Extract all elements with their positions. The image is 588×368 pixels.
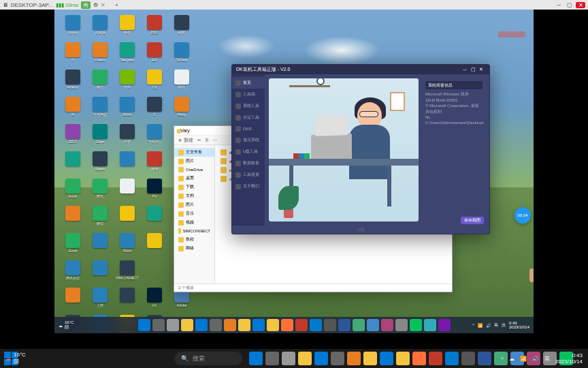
- host-taskbar-icon[interactable]: [478, 352, 491, 365]
- sidebar-item[interactable]: 下载: [174, 183, 214, 191]
- taskbar-icon-search[interactable]: [152, 319, 165, 331]
- desktop-icon[interactable]: Edge: [87, 124, 113, 150]
- settings-icon[interactable]: ⚙: [93, 2, 98, 8]
- desktop-icon[interactable]: 微信: [87, 70, 113, 95]
- clock[interactable]: 0:432023/10/14: [555, 352, 583, 365]
- taskbar-icon-vscode[interactable]: [310, 319, 322, 331]
- close-button[interactable]: ✕: [576, 2, 585, 8]
- desktop-icon[interactable]: 腾讯会议: [60, 260, 86, 286]
- sidebar-item[interactable]: 主文件夹: [174, 148, 214, 157]
- desktop-icon[interactable]: 微信: [87, 206, 113, 232]
- host-taskbar-icon[interactable]: [282, 352, 295, 365]
- desktop-icon[interactable]: Telegram: [114, 42, 140, 68]
- host-taskbar-icon[interactable]: [249, 352, 263, 365]
- desktop-icon[interactable]: PDF: [142, 15, 167, 41]
- nav-item[interactable]: DNS: [232, 123, 265, 134]
- desktop-icon[interactable]: 抖音: [114, 124, 140, 150]
- desktop-icon[interactable]: Excel: [60, 179, 86, 204]
- quality-badge[interactable]: 画: [81, 1, 91, 9]
- host-taskbar-icon[interactable]: [298, 352, 312, 365]
- sidebar-item[interactable]: 教程: [174, 235, 214, 244]
- host-tray[interactable]: ^ ☁ 📶 🔊 英 0:432023/10/14: [501, 352, 583, 365]
- sidebar-item[interactable]: OneDrive: [174, 166, 214, 174]
- copy-button[interactable]: ⎘: [206, 138, 208, 142]
- desktop-icon[interactable]: [142, 233, 167, 259]
- volume-icon[interactable]: 🔊: [532, 356, 539, 362]
- desktop-icon[interactable]: Word: [114, 233, 140, 259]
- weather-widget[interactable]: ☁ 16°C阴: [59, 320, 74, 331]
- save-screenshot-button[interactable]: 保存截图: [461, 217, 484, 224]
- taskbar-icon-word[interactable]: [338, 319, 350, 331]
- desktop-icon[interactable]: [60, 151, 86, 177]
- host-taskbar-icon[interactable]: [363, 352, 377, 365]
- maximize-button[interactable]: ▢: [469, 67, 477, 72]
- host-taskbar-icon[interactable]: [265, 352, 279, 365]
- desktop-icon[interactable]: S: [142, 97, 167, 123]
- host-taskbar-icon[interactable]: [314, 352, 328, 365]
- nav-item[interactable]: 关于我们: [232, 181, 265, 192]
- desktop-icon[interactable]: 截图: [169, 15, 195, 41]
- desktop-icon[interactable]: [60, 206, 86, 232]
- taskbar-icon-qq[interactable]: [424, 319, 436, 331]
- desktop-icon[interactable]: SIMCONNECT: [114, 260, 140, 286]
- desktop-icon[interactable]: Steam: [87, 151, 113, 177]
- taskbar-icon-store[interactable]: [210, 319, 222, 331]
- desktop-icon[interactable]: EA: [142, 42, 167, 68]
- cut-button[interactable]: ✂: [197, 138, 201, 143]
- nav-item[interactable]: 工具设置: [232, 169, 265, 181]
- sidebar-item[interactable]: 图片: [174, 200, 214, 209]
- nav-item[interactable]: 首页: [232, 77, 265, 89]
- desktop-icon[interactable]: 此电脑: [87, 15, 113, 41]
- maximize-button[interactable]: ▢: [565, 2, 574, 8]
- sidebar-item[interactable]: 桌面: [174, 174, 214, 183]
- desktop-icon[interactable]: [114, 179, 140, 204]
- taskbar-icon-chrome[interactable]: [238, 319, 250, 331]
- taskbar-icon-folder[interactable]: [267, 319, 279, 331]
- host-taskbar-icon[interactable]: [347, 352, 361, 365]
- taskbar-icon-firefox[interactable]: [281, 319, 293, 331]
- host-taskbar-icon[interactable]: [331, 352, 344, 365]
- wifi-icon[interactable]: 📶: [520, 356, 527, 362]
- taskbar-icon-app2[interactable]: [367, 319, 379, 331]
- host-taskbar-icon[interactable]: [380, 352, 393, 365]
- desktop-icon[interactable]: Lrc: [142, 288, 167, 313]
- taskbar-icon-widgets[interactable]: [167, 319, 179, 331]
- desktop-icon[interactable]: 飞书办公: [142, 124, 167, 150]
- ime-indicator[interactable]: 英: [544, 355, 550, 363]
- host-taskbar-icon[interactable]: [412, 352, 426, 365]
- taskbar-icon-edge[interactable]: [195, 319, 208, 331]
- taskbar-icon-rec[interactable]: [295, 319, 308, 331]
- desktop-icon[interactable]: 腾讯: [87, 179, 113, 204]
- close-button[interactable]: ✕: [477, 67, 485, 72]
- desktop-icon[interactable]: [60, 288, 86, 313]
- system-tray[interactable]: ^ 📶 🔊 英 沃 0:432023/10/14: [472, 321, 529, 329]
- close-x-icon[interactable]: ✕: [101, 2, 105, 8]
- nav-item[interactable]: 工具箱: [232, 89, 265, 100]
- desktop-icon[interactable]: [87, 233, 113, 259]
- taskbar-icon-plate[interactable]: [224, 319, 236, 331]
- sidebar-item[interactable]: 视频: [174, 218, 214, 227]
- host-taskbar-icon[interactable]: [445, 352, 459, 365]
- desktop-icon[interactable]: 软件: [114, 70, 140, 95]
- desktop-icon[interactable]: M: [60, 97, 86, 123]
- desktop-icon[interactable]: 教程: [114, 15, 140, 41]
- desktop-icon[interactable]: [114, 206, 140, 232]
- sidebar-item[interactable]: 图片: [174, 157, 214, 166]
- taskbar-icon-wechat[interactable]: [410, 319, 422, 331]
- host-weather[interactable]: ☁ 16°C阴: [5, 352, 26, 365]
- host-taskbar-icon[interactable]: [461, 352, 475, 365]
- sidebar-item[interactable]: 网络: [174, 244, 214, 253]
- taskbar-icon-app1[interactable]: [353, 319, 365, 331]
- desktop-icon[interactable]: 夸克网盘: [87, 97, 113, 123]
- search-box[interactable]: 🔍 搜索: [174, 352, 242, 365]
- sidebar-item[interactable]: 音乐: [174, 209, 214, 218]
- taskbar-icon-onenote[interactable]: [438, 319, 451, 331]
- desktop-icon[interactable]: N: [60, 42, 86, 68]
- side-tab-handle[interactable]: [529, 269, 534, 282]
- nav-item[interactable]: U盘工具: [232, 146, 265, 157]
- toolbox-titlebar[interactable]: DK装机工具箱正版 - V2.0 ─ ▢ ✕: [232, 65, 489, 74]
- nav-item[interactable]: 数据恢复: [232, 157, 265, 169]
- more-icon[interactable]: ⋯: [212, 138, 217, 143]
- desktop-icon[interactable]: 教程: [169, 70, 195, 95]
- toolbox-window[interactable]: DK装机工具箱正版 - V2.0 ─ ▢ ✕ 首页工具箱系统工具自定工具DNS激…: [231, 64, 490, 234]
